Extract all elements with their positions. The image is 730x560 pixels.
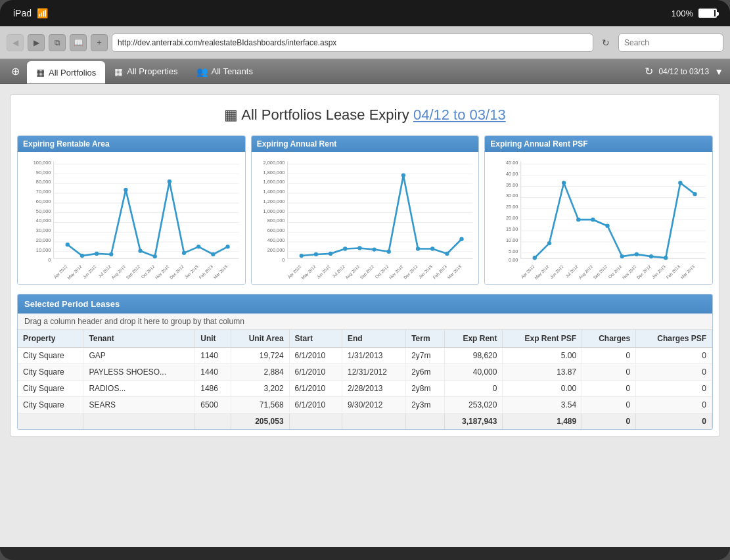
forward-button[interactable]: ▶	[28, 34, 45, 51]
cell-exp-rent: 0	[444, 380, 503, 396]
tab-all-tenants[interactable]: 👥 All Tenants	[187, 59, 262, 83]
table-footer: 205,053 3,187,943 1,489 0 0	[18, 413, 712, 429]
address-bar[interactable]: http://dev.anterrabi.com/realestateBIdas…	[112, 34, 593, 52]
dashboard-panel: ▦ All Portfolios Lease Expiry 04/12 to 0…	[10, 94, 720, 437]
cell-exp-rent: 253,020	[444, 396, 503, 413]
cell-property: City Square	[18, 380, 83, 396]
svg-point-29	[153, 254, 157, 258]
ipad-frame: iPad 📶 100% ◀ ▶ ⧉ 📖 + http://dev.anterra…	[0, 0, 730, 560]
status-bar: iPad 📶 100%	[0, 0, 730, 26]
cell-exp-rent: 98,620	[444, 347, 503, 363]
svg-point-120	[606, 224, 610, 228]
svg-point-25	[95, 252, 99, 256]
table-row: City Square GAP 1140 19,724 6/1/2010 1/3…	[18, 347, 712, 363]
table-row: City Square SEARS 6500 71,568 6/1/2010 9…	[18, 396, 712, 413]
cell-unit-area: 19,724	[231, 347, 289, 363]
svg-text:Dec 2012: Dec 2012	[636, 264, 652, 279]
main-content[interactable]: ▦ All Portfolios Lease Expiry 04/12 to 0…	[0, 84, 730, 547]
battery-icon	[698, 9, 717, 18]
new-tab-button[interactable]: +	[91, 34, 108, 51]
nav-date-range[interactable]: 04/12 to 03/13	[658, 67, 709, 76]
svg-point-31	[182, 251, 186, 255]
cell-unit-area: 2,884	[231, 363, 289, 380]
browser-refresh-button[interactable]: ↻	[597, 34, 614, 51]
footer-unit	[195, 413, 231, 429]
tab-all-portfolios[interactable]: ▦ All Portfolios	[27, 61, 105, 83]
svg-text:Nov 2012: Nov 2012	[388, 264, 403, 279]
col-exp-rent[interactable]: Exp Rent	[444, 330, 503, 348]
back-button[interactable]: ◀	[7, 34, 24, 51]
svg-point-26	[109, 252, 113, 256]
properties-icon: ▦	[114, 66, 123, 77]
col-charges[interactable]: Charges	[582, 330, 636, 348]
svg-text:Sep 2012: Sep 2012	[125, 264, 141, 279]
cell-term: 2y7m	[406, 347, 444, 363]
tab-all-properties[interactable]: ▦ All Properties	[105, 59, 187, 83]
chart3-title: Expiring Annual Rent PSF	[490, 139, 587, 149]
leases-table: Property Tenant Unit Unit Area Start End…	[18, 330, 712, 429]
col-tenant[interactable]: Tenant	[83, 330, 195, 348]
cell-end: 2/28/2013	[342, 380, 405, 396]
tab-tenants-label: All Tenants	[212, 66, 253, 76]
svg-point-75	[372, 247, 376, 251]
svg-text:50,000: 50,000	[36, 208, 51, 214]
drag-hint-text: Drag a column header and drop it here to…	[24, 317, 244, 326]
cell-unit: 1140	[195, 347, 231, 363]
table-footer-row: 205,053 3,187,943 1,489 0 0	[18, 413, 712, 429]
svg-text:Jul 2012: Jul 2012	[564, 264, 579, 278]
svg-text:40,000: 40,000	[36, 218, 51, 223]
footer-charges: 0	[582, 413, 636, 429]
svg-point-32	[196, 245, 200, 248]
svg-text:Mar 2013: Mar 2013	[212, 264, 228, 279]
table-scroll-area[interactable]: Property Tenant Unit Unit Area Start End…	[18, 330, 712, 429]
svg-point-72	[329, 252, 332, 256]
page-title-link[interactable]: 04/12 to 03/13	[413, 106, 506, 123]
cell-tenant: PAYLESS SHOESO...	[83, 363, 195, 380]
chart1-header: Expiring Rentable Area	[18, 136, 245, 152]
svg-text:600,000: 600,000	[267, 227, 285, 233]
col-start[interactable]: Start	[289, 330, 342, 348]
svg-point-24	[80, 254, 84, 258]
col-exp-rent-psf[interactable]: Exp Rent PSF	[503, 330, 582, 348]
cell-unit: 1486	[195, 380, 231, 396]
table-row: City Square RADIOS... 1486 3,202 6/1/201…	[18, 380, 712, 396]
col-unit[interactable]: Unit	[195, 330, 231, 348]
nav-date-arrow[interactable]: ▼	[714, 66, 723, 77]
table-title: Selected Period Leases	[24, 299, 120, 309]
svg-text:0.00: 0.00	[509, 257, 518, 263]
tenants-icon: 👥	[196, 66, 208, 77]
svg-point-70	[299, 254, 303, 258]
tabs-button[interactable]: ⧉	[49, 34, 66, 51]
home-button[interactable]: ⊕	[3, 59, 27, 83]
chart2-body: 2,000,000 1,800,000 1,600,000 1,400,000 …	[252, 152, 479, 284]
cell-property: City Square	[18, 363, 83, 380]
nav-refresh-button[interactable]: ↻	[645, 65, 653, 78]
col-charges-psf[interactable]: Charges PSF	[636, 330, 712, 348]
cell-charges-psf: 0	[636, 347, 712, 363]
svg-point-115	[533, 256, 537, 260]
svg-text:Jul 2012: Jul 2012	[331, 264, 346, 278]
svg-text:200,000: 200,000	[267, 247, 285, 253]
svg-point-34	[225, 245, 229, 248]
url-text: http://dev.anterrabi.com/realestateBIdas…	[118, 38, 336, 47]
col-term[interactable]: Term	[406, 330, 444, 348]
svg-text:Jun 2012: Jun 2012	[315, 264, 331, 279]
cell-unit: 6500	[195, 396, 231, 413]
cell-exp-rent-psf: 5.00	[503, 347, 582, 363]
footer-exp-rent-psf: 1,489	[503, 413, 582, 429]
col-unit-area[interactable]: Unit Area	[231, 330, 289, 348]
browser-search-input[interactable]	[618, 34, 723, 52]
col-property[interactable]: Property	[18, 330, 83, 348]
svg-text:800,000: 800,000	[267, 218, 285, 223]
footer-exp-rent: 3,187,943	[444, 413, 503, 429]
bookmarks-button[interactable]: 📖	[70, 34, 87, 51]
svg-text:20.00: 20.00	[506, 215, 518, 221]
svg-text:Jan 2013: Jan 2013	[184, 264, 200, 279]
page-title-icon: ▦	[224, 106, 241, 123]
svg-text:Jul 2012: Jul 2012	[97, 264, 112, 278]
svg-text:40.00: 40.00	[506, 171, 518, 177]
svg-text:45.00: 45.00	[506, 160, 518, 166]
col-end[interactable]: End	[342, 330, 405, 348]
home-icon: ⊕	[11, 65, 20, 78]
svg-text:15.00: 15.00	[506, 226, 518, 232]
